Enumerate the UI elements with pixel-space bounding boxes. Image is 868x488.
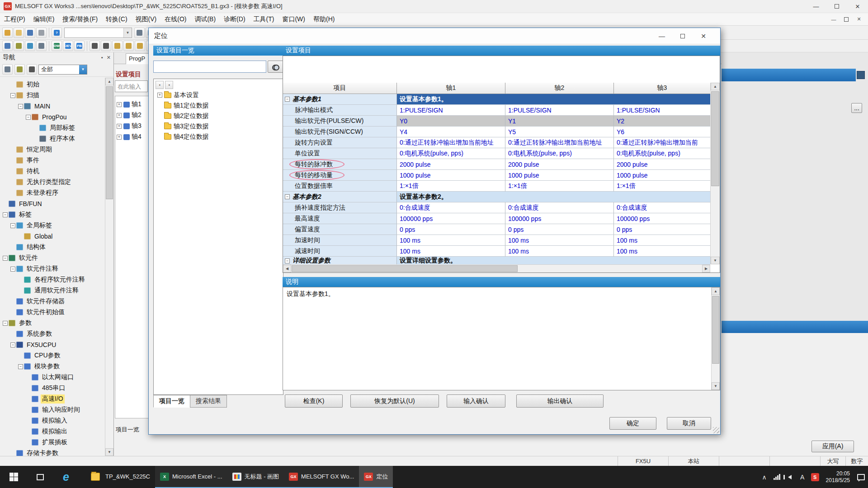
nav-item-MAIN[interactable]: −MAIN bbox=[0, 101, 105, 112]
nav-item-FX5UCPU[interactable]: −FX5UCPU bbox=[0, 339, 105, 350]
collapse-icon[interactable]: − bbox=[285, 258, 290, 263]
toolbar-icon-parameter-setting[interactable] bbox=[14, 41, 24, 51]
toolbar-combobox[interactable]: ▼ bbox=[64, 28, 132, 38]
scroll-thumb[interactable] bbox=[712, 296, 719, 364]
nav-sort-icon[interactable] bbox=[14, 64, 25, 75]
collapse-icon[interactable]: − bbox=[10, 343, 15, 347]
collapse-icon[interactable]: − bbox=[10, 93, 15, 98]
value-cell[interactable]: 0:电机系统(pulse, pps) bbox=[505, 148, 614, 159]
apply-button[interactable]: 应用(A) bbox=[811, 441, 854, 452]
toolbar-icon-device-comment[interactable] bbox=[25, 41, 35, 51]
value-cell[interactable]: 1:×1倍 bbox=[397, 181, 505, 192]
item-cell[interactable]: 最高速度 bbox=[283, 213, 397, 224]
menu-窗口(W)[interactable]: 窗口(W) bbox=[278, 13, 309, 25]
cancel-button[interactable]: 取消 bbox=[667, 417, 711, 430]
nav-item-软元件注释[interactable]: −软元件注释 bbox=[0, 263, 105, 274]
value-cell[interactable]: 100000 pps bbox=[614, 213, 710, 224]
task-view-button[interactable] bbox=[27, 466, 53, 488]
value-cell[interactable]: 0:通过正转脉冲输出增加当前 bbox=[614, 137, 710, 148]
nav-gear-icon[interactable] bbox=[27, 64, 37, 75]
scroll-thumb[interactable] bbox=[711, 91, 719, 186]
pin-icon[interactable]: ▪ bbox=[101, 55, 103, 61]
menu-帮助(H)[interactable]: 帮助(H) bbox=[309, 13, 339, 25]
value-cell[interactable]: 1:PULSE/SIGN bbox=[397, 105, 505, 116]
taskbar-item-定位[interactable]: GX定位 bbox=[359, 466, 393, 488]
item-cell[interactable]: 加速时间 bbox=[283, 235, 397, 246]
item-cell[interactable]: 脉冲输出模式 bbox=[283, 105, 397, 116]
item-cell[interactable]: 插补速度指定方法 bbox=[283, 202, 397, 213]
value-cell[interactable]: 0:电机系统(pulse, pps) bbox=[397, 148, 505, 159]
item-cell[interactable]: 减速时间 bbox=[283, 246, 397, 257]
maximize-button[interactable] bbox=[826, 0, 847, 13]
scroll-up-icon[interactable]: ▲ bbox=[105, 78, 113, 85]
dialog-maximize-button[interactable] bbox=[672, 29, 693, 43]
toolbar-icon-print[interactable] bbox=[36, 28, 47, 38]
input-confirm-button[interactable]: 输入确认 bbox=[447, 394, 505, 408]
nav-item-未登录程序[interactable]: 未登录程序 bbox=[0, 188, 105, 198]
value-cell[interactable]: Y5 bbox=[505, 127, 614, 137]
taskbar-item-Microsoft Excel - ...[interactable]: XMicrosoft Excel - ... bbox=[155, 466, 227, 488]
menu-搜索/替换(F)[interactable]: 搜索/替换(F) bbox=[58, 13, 102, 25]
nav-item-CPU参数[interactable]: CPU参数 bbox=[0, 350, 105, 361]
menu-转换(C)[interactable]: 转换(C) bbox=[102, 13, 131, 25]
network-icon[interactable] bbox=[772, 466, 783, 488]
nav-item-软元件初始值[interactable]: 软元件初始值 bbox=[0, 307, 105, 318]
resize-grip[interactable] bbox=[713, 427, 719, 433]
collapse-icon[interactable]: − bbox=[26, 115, 31, 120]
value-cell[interactable]: 0:电机系统(pulse, pps) bbox=[614, 148, 710, 159]
nav-item-初始[interactable]: 初始 bbox=[0, 79, 105, 90]
menu-工程(P)[interactable]: 工程(P) bbox=[0, 13, 29, 25]
value-cell[interactable]: Y0 bbox=[397, 116, 505, 127]
value-cell[interactable]: 100 ms bbox=[614, 246, 710, 257]
clock[interactable]: 20:05 2018/5/25 bbox=[822, 470, 854, 484]
collapse-icon[interactable]: − bbox=[3, 321, 8, 326]
value-cell[interactable]: 0 pps bbox=[614, 224, 710, 235]
check-button[interactable]: 检查(K) bbox=[285, 394, 343, 408]
value-cell[interactable]: 1:PULSE/SIGN bbox=[505, 105, 614, 116]
input-mode-indicator[interactable]: A bbox=[797, 466, 808, 488]
value-cell[interactable]: 0:通过正转脉冲输出增加当前地址 bbox=[505, 137, 614, 148]
value-cell[interactable]: 100 ms bbox=[505, 246, 614, 257]
scroll-down-icon[interactable]: ▼ bbox=[711, 257, 720, 264]
value-cell[interactable]: 1000 pulse bbox=[397, 170, 505, 181]
item-cell[interactable]: −基本参数1 bbox=[283, 94, 397, 105]
toolbar-icon-new-project[interactable] bbox=[2, 28, 13, 38]
value-cell[interactable]: 100 ms bbox=[505, 235, 614, 246]
dialog-tree-item-轴2定位数据[interactable]: 轴2定位数据 bbox=[154, 111, 283, 121]
value-cell[interactable]: 0:合成速度 bbox=[397, 202, 505, 213]
value-cell[interactable]: Y4 bbox=[397, 127, 505, 137]
table-vertical-scrollbar[interactable]: ▲ ▼ bbox=[710, 83, 720, 264]
item-cell[interactable]: −基本参数2 bbox=[283, 192, 397, 202]
value-cell[interactable]: 1:×1倍 bbox=[614, 181, 710, 192]
dialog-tree-item-基本设置[interactable]: +基本设置 bbox=[154, 90, 283, 100]
value-cell[interactable]: 100 ms bbox=[397, 235, 505, 246]
value-cell[interactable]: 0 pps bbox=[397, 224, 505, 235]
collapse-icon[interactable]: − bbox=[285, 194, 290, 199]
toolbar-icon-open-project[interactable] bbox=[14, 28, 24, 38]
collapse-icon[interactable]: − bbox=[18, 104, 23, 109]
output-confirm-button[interactable]: 输出确认 bbox=[516, 394, 604, 408]
taskbar-item-无标题 - 画图[interactable]: 无标题 - 画图 bbox=[227, 466, 284, 488]
volume-icon[interactable] bbox=[784, 466, 795, 488]
collapse-all-icon[interactable]: ▪ bbox=[165, 81, 173, 89]
menu-工具(T)[interactable]: 工具(T) bbox=[250, 13, 278, 25]
menu-视图(V)[interactable]: 视图(V) bbox=[132, 13, 161, 25]
value-cell[interactable]: 0:合成速度 bbox=[505, 202, 614, 213]
value-cell[interactable]: 100 ms bbox=[397, 246, 505, 257]
nav-item-Global[interactable]: Global bbox=[0, 231, 105, 242]
mdi-restore-button[interactable] bbox=[840, 14, 853, 24]
nav-item-软元件存储器[interactable]: 软元件存储器 bbox=[0, 296, 105, 307]
nav-item-扩展插板[interactable]: 扩展插板 bbox=[0, 437, 105, 448]
nav-item-存储卡参数[interactable]: 存储卡参数 bbox=[0, 448, 105, 456]
menu-在线(O)[interactable]: 在线(O) bbox=[160, 13, 190, 25]
bg-search-input[interactable]: 在此输入 bbox=[115, 80, 148, 92]
toolbar-icon-ladder-contact[interactable] bbox=[90, 41, 100, 51]
dialog-close-button[interactable]: ✕ bbox=[693, 29, 714, 43]
nav-item-输入响应时间[interactable]: 输入响应时间 bbox=[0, 404, 105, 415]
value-cell[interactable]: 1000 pulse bbox=[505, 170, 614, 181]
toolbar-icon-watch-window[interactable] bbox=[36, 41, 47, 51]
toolbar-icon-comment-display[interactable] bbox=[112, 41, 123, 51]
tab-项目一览[interactable]: 项目一览 bbox=[153, 395, 190, 408]
toolbar-icon-help[interactable]: ? bbox=[52, 28, 62, 38]
nav-item-高速I/O[interactable]: 高速I/O bbox=[0, 394, 105, 404]
